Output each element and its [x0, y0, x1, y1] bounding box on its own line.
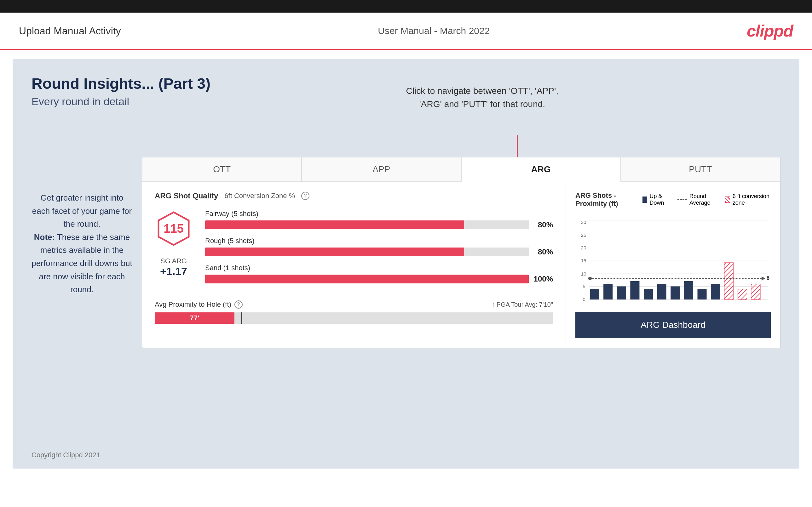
- bar-6: [657, 284, 666, 299]
- bar-pct-rough: 80%: [534, 247, 553, 256]
- bar-rough: 80%: [205, 247, 553, 256]
- hexagon-container: 115 SG ARG +1.17: [155, 210, 193, 277]
- footer-copyright: Copyright Clippd 2021: [32, 451, 100, 459]
- sg-label: SG ARG: [160, 257, 187, 265]
- bar-4: [630, 281, 639, 299]
- proximity-label-text: Avg Proximity to Hole (ft): [155, 300, 231, 308]
- legend-hatched-icon: [725, 196, 730, 203]
- legend-round-avg-label: Round Average: [690, 193, 719, 206]
- tab-app[interactable]: APP: [302, 157, 461, 182]
- legend-up-down-label: Up & Down: [650, 193, 671, 206]
- shot-quality-bars: Fairway (5 shots) 80% Rough (5 shots): [205, 210, 553, 291]
- legend: Up & Down Round Average 6 ft conversion …: [643, 193, 771, 206]
- bar-8: [684, 281, 693, 299]
- bar-fill-fairway: [205, 220, 464, 229]
- bar-sand: 100%: [205, 275, 553, 283]
- bar-3: [617, 286, 626, 299]
- reference-arrow: [762, 276, 765, 281]
- bar-bg-sand: [205, 275, 529, 283]
- top-bar: [0, 0, 812, 13]
- reference-dot: [588, 277, 592, 280]
- svg-text:25: 25: [581, 232, 586, 238]
- svg-text:0: 0: [582, 297, 586, 302]
- right-panel-title: ARG Shots - Proximity (ft): [575, 191, 643, 208]
- chart-svg: 0 5 10 15 20 25 30: [575, 214, 771, 308]
- bar-12-hatched: [738, 289, 747, 299]
- nav-annotation: Click to navigate between 'OTT', 'APP','…: [406, 84, 559, 111]
- header-center: User Manual - March 2022: [378, 25, 490, 36]
- header: Upload Manual Activity User Manual - Mar…: [0, 13, 812, 50]
- arg-dashboard-button[interactable]: ARG Dashboard: [575, 312, 771, 338]
- panel-header: ARG Shot Quality 6ft Conversion Zone % ?: [155, 191, 553, 200]
- score-area: 115 SG ARG +1.17 Fairway (5 shots): [155, 210, 553, 291]
- bar-13-hatched: [751, 284, 760, 299]
- dashboard-card: OTT APP ARG PUTT ARG Shot Quality 6ft Co…: [142, 157, 780, 348]
- sg-value: +1.17: [160, 265, 187, 277]
- shot-row-sand: Sand (1 shots) 100%: [205, 264, 553, 283]
- proximity-bar-container: 77': [155, 313, 553, 324]
- right-panel: ARG Shots - Proximity (ft) Up & Down Rou…: [566, 182, 780, 348]
- shot-row-rough: Rough (5 shots) 80%: [205, 237, 553, 256]
- svg-text:8: 8: [766, 275, 769, 281]
- proximity-bar-bg: 77': [155, 313, 553, 324]
- proximity-help-icon[interactable]: ?: [235, 300, 243, 308]
- proximity-cursor: [241, 313, 242, 324]
- tab-putt[interactable]: PUTT: [621, 157, 780, 182]
- tab-ott[interactable]: OTT: [142, 157, 302, 182]
- left-insight-text: Get greater insight into each facet of y…: [32, 191, 132, 296]
- legend-conversion-label: 6 ft conversion zone: [732, 193, 771, 206]
- header-left: Upload Manual Activity: [19, 25, 121, 37]
- shot-label-rough: Rough (5 shots): [205, 237, 553, 245]
- legend-dashed-icon: [677, 199, 687, 200]
- bar-bg-fairway: [205, 220, 529, 229]
- main-content: Round Insights... (Part 3) Every round i…: [13, 59, 799, 468]
- chart-area: 0 5 10 15 20 25 30: [575, 214, 771, 308]
- shot-quality-title: ARG Shot Quality: [155, 191, 218, 200]
- hexagon-score: 115: [155, 210, 193, 247]
- tab-bar: OTT APP ARG PUTT: [142, 157, 780, 182]
- bar-2: [603, 284, 613, 299]
- proximity-section: Avg Proximity to Hole (ft) ? ↑ PGA Tour …: [155, 300, 553, 324]
- legend-round-avg: Round Average: [677, 193, 719, 206]
- bar-fill-sand: [205, 275, 529, 283]
- svg-text:5: 5: [582, 284, 586, 289]
- sg-label-text: SG ARG +1.17: [160, 257, 187, 277]
- shot-label-fairway: Fairway (5 shots): [205, 210, 553, 218]
- proximity-bar-fill: 77': [155, 313, 235, 324]
- bar-fairway: 80%: [205, 220, 553, 229]
- svg-text:20: 20: [581, 245, 587, 250]
- pga-avg: ↑ PGA Tour Avg: 7'10": [492, 301, 553, 308]
- bar-9: [698, 289, 707, 299]
- right-panel-header: ARG Shots - Proximity (ft) Up & Down Rou…: [575, 191, 771, 208]
- bar-bg-rough: [205, 247, 529, 256]
- bar-7: [670, 286, 680, 299]
- upload-title: Upload Manual Activity: [19, 25, 121, 37]
- bar-pct-fairway: 80%: [534, 220, 553, 229]
- left-panel: ARG Shot Quality 6ft Conversion Zone % ?…: [142, 182, 566, 348]
- tab-arg[interactable]: ARG: [461, 157, 621, 182]
- logo: clippd: [747, 21, 793, 40]
- svg-text:15: 15: [581, 258, 586, 263]
- hexagon-value: 115: [163, 222, 184, 235]
- legend-up-down: Up & Down: [643, 193, 671, 206]
- legend-conversion: 6 ft conversion zone: [725, 193, 771, 206]
- shot-label-sand: Sand (1 shots): [205, 264, 553, 272]
- bar-10: [711, 284, 720, 299]
- svg-text:10: 10: [581, 271, 587, 277]
- bar-1: [590, 289, 599, 299]
- note-label: Note:: [34, 232, 55, 242]
- conversion-label: 6ft Conversion Zone %: [224, 192, 295, 200]
- proximity-header: Avg Proximity to Hole (ft) ? ↑ PGA Tour …: [155, 300, 553, 308]
- legend-square-icon: [643, 196, 647, 203]
- bar-fill-rough: [205, 247, 464, 256]
- bar-pct-sand: 100%: [534, 275, 553, 283]
- shot-row-fairway: Fairway (5 shots) 80%: [205, 210, 553, 229]
- bar-11-hatched: [724, 263, 733, 299]
- card-body: ARG Shot Quality 6ft Conversion Zone % ?…: [142, 182, 780, 348]
- proximity-label: Avg Proximity to Hole (ft) ?: [155, 300, 243, 308]
- help-icon[interactable]: ?: [301, 192, 309, 200]
- svg-text:30: 30: [581, 220, 587, 225]
- bar-5: [644, 289, 653, 299]
